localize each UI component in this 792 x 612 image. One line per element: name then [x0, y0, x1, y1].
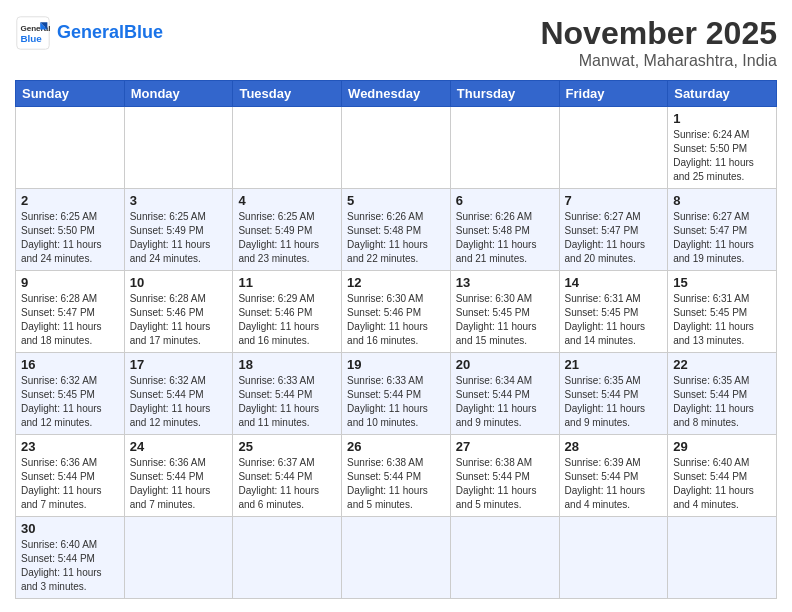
day-info: Sunrise: 6:38 AM Sunset: 5:44 PM Dayligh… [347, 456, 445, 512]
weekday-header-saturday: Saturday [668, 81, 777, 107]
day-info: Sunrise: 6:25 AM Sunset: 5:50 PM Dayligh… [21, 210, 119, 266]
day-info: Sunrise: 6:24 AM Sunset: 5:50 PM Dayligh… [673, 128, 771, 184]
day-info: Sunrise: 6:36 AM Sunset: 5:44 PM Dayligh… [130, 456, 228, 512]
day-number: 13 [456, 275, 554, 290]
day-number: 15 [673, 275, 771, 290]
calendar-cell [342, 107, 451, 189]
calendar-cell: 20Sunrise: 6:34 AM Sunset: 5:44 PM Dayli… [450, 353, 559, 435]
calendar-cell [124, 107, 233, 189]
calendar-cell: 2Sunrise: 6:25 AM Sunset: 5:50 PM Daylig… [16, 189, 125, 271]
calendar-cell [16, 107, 125, 189]
weekday-header-tuesday: Tuesday [233, 81, 342, 107]
weekday-header-monday: Monday [124, 81, 233, 107]
logo-general-text: General [57, 22, 124, 42]
day-info: Sunrise: 6:25 AM Sunset: 5:49 PM Dayligh… [130, 210, 228, 266]
day-info: Sunrise: 6:34 AM Sunset: 5:44 PM Dayligh… [456, 374, 554, 430]
calendar-cell: 16Sunrise: 6:32 AM Sunset: 5:45 PM Dayli… [16, 353, 125, 435]
day-number: 18 [238, 357, 336, 372]
day-info: Sunrise: 6:25 AM Sunset: 5:49 PM Dayligh… [238, 210, 336, 266]
calendar-cell: 28Sunrise: 6:39 AM Sunset: 5:44 PM Dayli… [559, 435, 668, 517]
day-info: Sunrise: 6:40 AM Sunset: 5:44 PM Dayligh… [21, 538, 119, 594]
day-number: 24 [130, 439, 228, 454]
day-info: Sunrise: 6:32 AM Sunset: 5:44 PM Dayligh… [130, 374, 228, 430]
calendar-week-row: 16Sunrise: 6:32 AM Sunset: 5:45 PM Dayli… [16, 353, 777, 435]
weekday-header-row: SundayMondayTuesdayWednesdayThursdayFrid… [16, 81, 777, 107]
day-number: 28 [565, 439, 663, 454]
calendar-week-row: 9Sunrise: 6:28 AM Sunset: 5:47 PM Daylig… [16, 271, 777, 353]
calendar-cell: 6Sunrise: 6:26 AM Sunset: 5:48 PM Daylig… [450, 189, 559, 271]
day-info: Sunrise: 6:28 AM Sunset: 5:47 PM Dayligh… [21, 292, 119, 348]
day-number: 29 [673, 439, 771, 454]
day-info: Sunrise: 6:35 AM Sunset: 5:44 PM Dayligh… [565, 374, 663, 430]
calendar-cell: 10Sunrise: 6:28 AM Sunset: 5:46 PM Dayli… [124, 271, 233, 353]
day-info: Sunrise: 6:26 AM Sunset: 5:48 PM Dayligh… [347, 210, 445, 266]
day-info: Sunrise: 6:30 AM Sunset: 5:45 PM Dayligh… [456, 292, 554, 348]
calendar-cell [342, 517, 451, 599]
day-number: 27 [456, 439, 554, 454]
svg-text:Blue: Blue [20, 33, 42, 44]
weekday-header-sunday: Sunday [16, 81, 125, 107]
day-number: 11 [238, 275, 336, 290]
logo: General Blue GeneralBlue [15, 15, 163, 51]
calendar-week-row: 23Sunrise: 6:36 AM Sunset: 5:44 PM Dayli… [16, 435, 777, 517]
calendar-cell [450, 517, 559, 599]
calendar-cell [124, 517, 233, 599]
day-info: Sunrise: 6:27 AM Sunset: 5:47 PM Dayligh… [673, 210, 771, 266]
day-info: Sunrise: 6:33 AM Sunset: 5:44 PM Dayligh… [347, 374, 445, 430]
day-number: 16 [21, 357, 119, 372]
day-info: Sunrise: 6:40 AM Sunset: 5:44 PM Dayligh… [673, 456, 771, 512]
calendar-cell [233, 517, 342, 599]
day-number: 7 [565, 193, 663, 208]
day-number: 17 [130, 357, 228, 372]
day-number: 5 [347, 193, 445, 208]
day-number: 20 [456, 357, 554, 372]
day-info: Sunrise: 6:30 AM Sunset: 5:46 PM Dayligh… [347, 292, 445, 348]
logo-icon: General Blue [15, 15, 51, 51]
location-title: Manwat, Maharashtra, India [540, 52, 777, 70]
day-number: 6 [456, 193, 554, 208]
calendar-cell: 25Sunrise: 6:37 AM Sunset: 5:44 PM Dayli… [233, 435, 342, 517]
day-number: 12 [347, 275, 445, 290]
day-info: Sunrise: 6:36 AM Sunset: 5:44 PM Dayligh… [21, 456, 119, 512]
day-number: 22 [673, 357, 771, 372]
calendar-cell: 12Sunrise: 6:30 AM Sunset: 5:46 PM Dayli… [342, 271, 451, 353]
logo-text: GeneralBlue [57, 23, 163, 43]
calendar-cell: 9Sunrise: 6:28 AM Sunset: 5:47 PM Daylig… [16, 271, 125, 353]
calendar-cell: 11Sunrise: 6:29 AM Sunset: 5:46 PM Dayli… [233, 271, 342, 353]
day-info: Sunrise: 6:28 AM Sunset: 5:46 PM Dayligh… [130, 292, 228, 348]
calendar-cell: 15Sunrise: 6:31 AM Sunset: 5:45 PM Dayli… [668, 271, 777, 353]
day-info: Sunrise: 6:37 AM Sunset: 5:44 PM Dayligh… [238, 456, 336, 512]
calendar-cell: 13Sunrise: 6:30 AM Sunset: 5:45 PM Dayli… [450, 271, 559, 353]
weekday-header-thursday: Thursday [450, 81, 559, 107]
calendar-cell: 19Sunrise: 6:33 AM Sunset: 5:44 PM Dayli… [342, 353, 451, 435]
day-number: 9 [21, 275, 119, 290]
calendar-cell: 17Sunrise: 6:32 AM Sunset: 5:44 PM Dayli… [124, 353, 233, 435]
day-info: Sunrise: 6:32 AM Sunset: 5:45 PM Dayligh… [21, 374, 119, 430]
weekday-header-wednesday: Wednesday [342, 81, 451, 107]
day-number: 1 [673, 111, 771, 126]
day-info: Sunrise: 6:39 AM Sunset: 5:44 PM Dayligh… [565, 456, 663, 512]
calendar-cell: 23Sunrise: 6:36 AM Sunset: 5:44 PM Dayli… [16, 435, 125, 517]
logo-blue-text: Blue [124, 22, 163, 42]
calendar-cell [668, 517, 777, 599]
calendar-cell [233, 107, 342, 189]
day-info: Sunrise: 6:29 AM Sunset: 5:46 PM Dayligh… [238, 292, 336, 348]
calendar-cell [559, 107, 668, 189]
calendar-cell [450, 107, 559, 189]
calendar-cell: 26Sunrise: 6:38 AM Sunset: 5:44 PM Dayli… [342, 435, 451, 517]
day-number: 10 [130, 275, 228, 290]
day-info: Sunrise: 6:27 AM Sunset: 5:47 PM Dayligh… [565, 210, 663, 266]
weekday-header-friday: Friday [559, 81, 668, 107]
calendar-cell: 27Sunrise: 6:38 AM Sunset: 5:44 PM Dayli… [450, 435, 559, 517]
calendar-week-row: 30Sunrise: 6:40 AM Sunset: 5:44 PM Dayli… [16, 517, 777, 599]
calendar-cell: 3Sunrise: 6:25 AM Sunset: 5:49 PM Daylig… [124, 189, 233, 271]
calendar-cell: 8Sunrise: 6:27 AM Sunset: 5:47 PM Daylig… [668, 189, 777, 271]
day-number: 25 [238, 439, 336, 454]
day-info: Sunrise: 6:33 AM Sunset: 5:44 PM Dayligh… [238, 374, 336, 430]
calendar-cell: 14Sunrise: 6:31 AM Sunset: 5:45 PM Dayli… [559, 271, 668, 353]
day-info: Sunrise: 6:35 AM Sunset: 5:44 PM Dayligh… [673, 374, 771, 430]
day-number: 30 [21, 521, 119, 536]
day-number: 4 [238, 193, 336, 208]
day-number: 8 [673, 193, 771, 208]
day-info: Sunrise: 6:31 AM Sunset: 5:45 PM Dayligh… [673, 292, 771, 348]
